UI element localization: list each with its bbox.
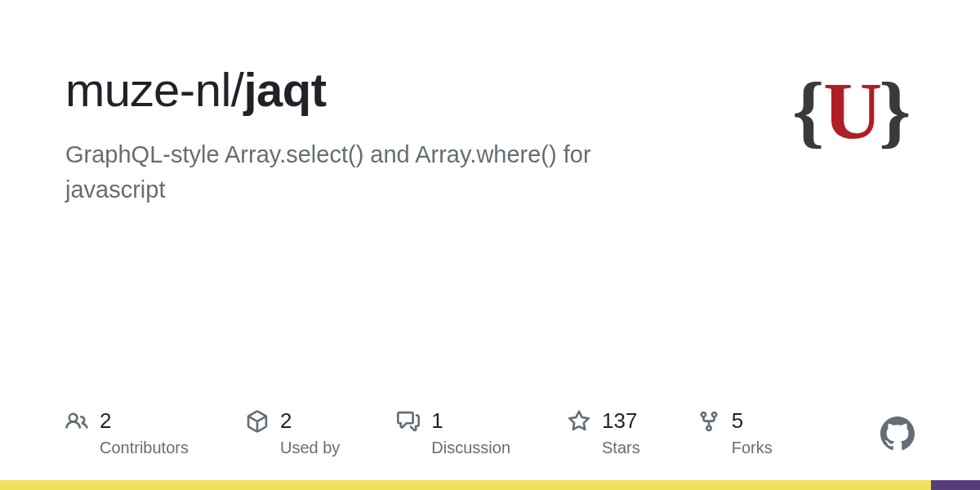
stat-discussion: 1 Discussion [397,408,510,457]
github-logo-icon [880,416,915,451]
contributors-label: Contributors [100,439,189,457]
fork-icon [697,410,720,433]
star-icon [568,410,590,433]
repo-card: muze-nl/jaqt GraphQL-style Array.select(… [0,0,980,490]
repo-title: muze-nl/jaqt [65,64,784,116]
stars-count: 137 [602,408,637,434]
people-icon [65,410,88,433]
svg-text:}: } [879,69,911,156]
usedby-count: 2 [280,408,292,434]
title-area: muze-nl/jaqt GraphQL-style Array.select(… [65,64,784,208]
stats-row: 2 Contributors 2 Used by 1 Discussion [65,408,915,457]
forks-label: Forks [732,439,773,457]
repo-slash: / [231,63,244,116]
usedby-label: Used by [280,439,340,457]
package-icon [246,410,269,433]
repo-name: jaqt [243,63,326,116]
comment-discussion-icon [397,410,420,433]
logo-icon: { U } [784,69,915,158]
discussion-label: Discussion [431,439,510,457]
svg-text:U: U [823,69,882,156]
contributors-count: 2 [100,408,111,434]
repo-logo: { U } [784,69,915,158]
header-row: muze-nl/jaqt GraphQL-style Array.select(… [65,64,915,208]
stars-label: Stars [602,439,640,457]
svg-text:{: { [792,69,824,156]
repo-owner: muze-nl [65,63,231,116]
stat-contributors: 2 Contributors [65,408,189,457]
stat-stars: 137 Stars [568,408,640,457]
language-bar [0,480,980,490]
stat-forks: 5 Forks [697,408,773,457]
repo-description: GraphQL-style Array.select() and Array.w… [65,137,653,208]
stat-usedby: 2 Used by [246,408,340,457]
discussion-count: 1 [431,408,443,434]
forks-count: 5 [732,408,743,434]
